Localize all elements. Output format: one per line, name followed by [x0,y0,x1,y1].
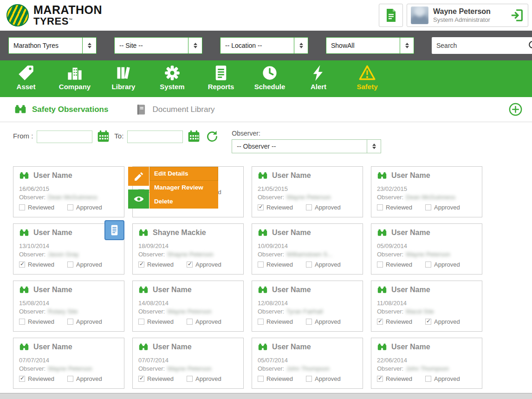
reviewed-checkbox[interactable] [138,319,144,325]
approved-checkbox-row[interactable]: Approved [67,204,102,211]
reviewed-checkbox[interactable] [19,319,25,325]
approved-checkbox-row[interactable]: Approved [425,375,460,382]
approved-checkbox[interactable] [425,376,431,382]
approved-checkbox[interactable] [67,376,73,382]
reviewed-checkbox-row[interactable]: Reviewed [138,318,174,325]
to-date-input[interactable] [127,131,183,143]
nav-item-schedule[interactable]: Schedule [251,65,288,91]
nav-item-alert[interactable]: Alert [300,65,337,91]
approved-checkbox-row[interactable]: Approved [306,261,341,268]
observation-card[interactable]: User Name 16/06/2015 Observer: Dean McGu… [13,166,124,217]
approved-checkbox[interactable] [306,262,312,268]
approved-checkbox-row[interactable]: Approved [187,375,221,382]
document-report-button[interactable] [379,4,403,27]
reviewed-checkbox[interactable] [258,204,264,210]
reviewed-checkbox[interactable] [19,262,25,268]
reviewed-checkbox-row[interactable]: Reviewed [138,261,174,268]
tab-document-library[interactable]: Document Library [135,104,214,116]
approved-checkbox-row[interactable]: Approved [67,318,102,325]
company-dropdown[interactable]: Marathon Tyres [8,37,97,54]
approved-checkbox[interactable] [425,204,431,210]
logout-icon[interactable] [510,8,524,22]
reviewed-checkbox[interactable] [258,319,264,325]
approved-checkbox[interactable] [306,319,312,325]
approved-checkbox[interactable] [67,204,73,210]
approved-checkbox-row[interactable]: Approved [187,318,221,325]
reviewed-checkbox-row[interactable]: Reviewed [258,318,293,325]
to-calendar-icon[interactable] [188,130,200,143]
reviewed-checkbox-row[interactable]: Reviewed [377,318,412,325]
nav-item-system[interactable]: System [154,65,191,91]
reviewed-checkbox[interactable] [138,262,144,268]
reviewed-checkbox-row[interactable]: Reviewed [377,261,412,268]
approved-checkbox-row[interactable]: Approved [306,318,341,325]
observation-card[interactable]: User Name 22/06/2014 Observer: John Thom… [371,338,482,389]
observation-card[interactable]: User Name 07/07/2014 Observer: Wayne Pet… [132,338,244,389]
approved-checkbox-row[interactable]: Approved [306,204,341,211]
user-panel[interactable]: Wayne Peterson System Administrator [407,4,528,27]
observation-card[interactable]: User Name 11/08/2014 Observer: Macol Sit… [371,281,482,332]
reviewed-checkbox-row[interactable]: Reviewed [258,204,293,211]
reviewed-checkbox[interactable] [377,262,383,268]
reviewed-checkbox-row[interactable]: Reviewed [19,375,54,382]
nav-item-reports[interactable]: Reports [202,65,240,91]
showall-dropdown[interactable]: ShowAll [326,37,414,54]
approved-checkbox-row[interactable]: Approved [67,375,102,382]
menu-item-edit-details[interactable]: Edit Details [149,167,218,181]
reviewed-checkbox-row[interactable]: Reviewed [19,318,54,325]
menu-item-delete[interactable]: Delete [149,195,218,209]
attachment-document-icon[interactable] [104,220,124,240]
approved-checkbox[interactable] [425,262,431,268]
nav-item-safety[interactable]: Safety [349,65,386,91]
approved-checkbox-row[interactable]: Approved [306,375,341,382]
approved-checkbox[interactable] [67,262,73,268]
observation-card[interactable]: User Name 10/09/2014 Observer: Williamst… [252,223,363,275]
approved-checkbox[interactable] [306,204,312,210]
nav-item-asset[interactable]: Asset [7,65,45,91]
reviewed-checkbox-row[interactable]: Reviewed [258,375,293,382]
approved-checkbox[interactable] [306,376,312,382]
observation-card[interactable]: User Name 05/07/2014 Observer: John Thom… [252,338,363,389]
view-icon-button[interactable] [128,190,149,209]
approved-checkbox-row[interactable]: Approved [425,204,460,211]
menu-item-manager-review[interactable]: Manager Review [149,181,218,195]
reviewed-checkbox[interactable] [377,376,383,382]
reviewed-checkbox[interactable] [19,376,25,382]
observation-card[interactable]: User Name 23/02/2015 Observer: Dean McGu… [371,166,482,217]
approved-checkbox[interactable] [425,319,431,325]
observation-card[interactable]: User Name 12/08/2014 Observer: Tyran Fai… [252,281,363,332]
observation-card[interactable]: User Name 14/08/2014 Observer: Wayne Pet… [132,281,244,332]
search-input[interactable] [432,37,525,54]
reviewed-checkbox-row[interactable]: Reviewed [258,261,293,268]
reviewed-checkbox[interactable] [258,262,264,268]
reviewed-checkbox-row[interactable]: Reviewed [19,204,54,211]
add-observation-button[interactable] [508,102,523,117]
approved-checkbox[interactable] [187,262,193,268]
approved-checkbox-row[interactable]: Approved [67,261,102,268]
refresh-icon[interactable] [206,130,219,143]
site-dropdown[interactable]: -- Site -- [114,37,202,54]
location-dropdown[interactable]: -- Location -- [220,37,308,54]
nav-item-library[interactable]: Library [105,65,142,91]
reviewed-checkbox[interactable] [19,204,25,210]
approved-checkbox-row[interactable]: Approved [425,261,460,268]
observer-dropdown[interactable]: -- Observer -- [232,139,381,153]
approved-checkbox-row[interactable]: Approved [425,318,460,325]
observation-card[interactable]: Shayne Mackie 18/09/2014 Observer: Shayn… [132,223,244,275]
reviewed-checkbox[interactable] [258,376,264,382]
search-icon[interactable] [525,39,532,52]
reviewed-checkbox[interactable] [377,319,383,325]
approved-checkbox-row[interactable]: Approved [187,261,221,268]
observation-card[interactable]: User Name 05/09/2014 Observer: Wayne Pet… [371,223,482,275]
approved-checkbox[interactable] [187,376,193,382]
reviewed-checkbox[interactable] [377,204,383,210]
reviewed-checkbox-row[interactable]: Reviewed [19,261,54,268]
from-calendar-icon[interactable] [97,130,110,143]
reviewed-checkbox-row[interactable]: Reviewed [138,375,174,382]
nav-item-company[interactable]: Company [56,65,93,91]
observation-card[interactable]: User Name 07/07/2014 Observer: Wayne Pet… [13,338,124,389]
tab-safety-observations[interactable]: Safety Observations [14,104,108,116]
observation-card[interactable]: User Name 15/08/2014 Observer: Rotary Si… [13,281,124,332]
approved-checkbox[interactable] [67,319,73,325]
edit-icon-button[interactable] [128,167,149,186]
